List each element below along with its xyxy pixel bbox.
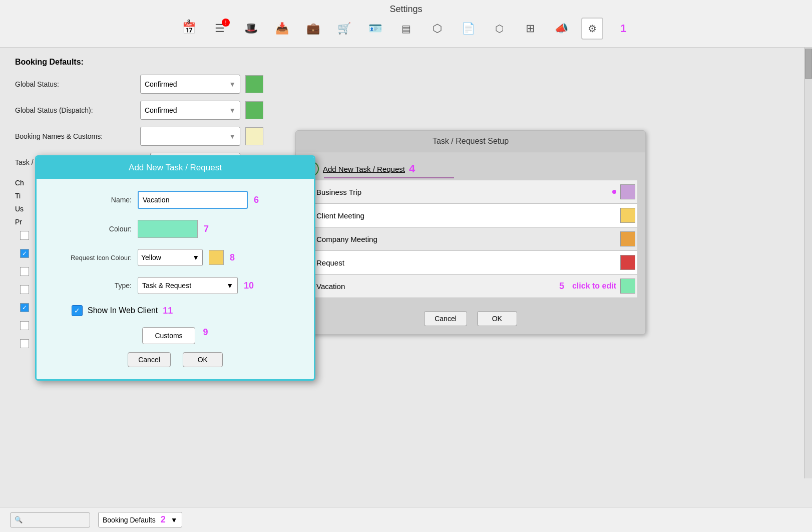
checkbox-6[interactable] [20,321,29,330]
task-name-client-meeting: Client Meeting [316,211,616,220]
annot-6: 6 [254,195,259,205]
task-setup-body: + Add New Task / Request 4 ⇅ Business Tr… [296,152,645,303]
add-task-footer: Cancel OK [52,352,299,367]
bottom-bar: 🔍 Booking Defaults 2 ▼ [0,507,812,532]
customs-button[interactable]: Customs [142,327,195,344]
checkbox-7[interactable] [20,339,29,348]
name-input[interactable] [138,191,248,209]
vacation-color[interactable] [620,279,635,294]
type-select[interactable]: Task & Request ▼ [138,277,238,294]
chevron-down-icon-6: ▼ [226,282,233,290]
checkbox-4[interactable] [20,285,29,294]
scrollbar-thumb[interactable] [805,49,812,79]
calendar-icon[interactable]: 📅 8 [178,18,200,40]
icon-colour-select[interactable]: Yellow ▼ [138,249,203,266]
search-icon: 🔍 [15,516,23,523]
doc-icon[interactable]: 📄 [457,18,479,40]
add-task-ok-button[interactable]: OK [183,352,223,367]
add-task-cancel-button[interactable]: Cancel [128,352,171,367]
task-item-company-meeting[interactable]: ⇅ Company Meeting [304,227,637,251]
task-setup-cancel-button[interactable]: Cancel [424,311,467,326]
global-status-dispatch-label: Global Status (Dispatch): [15,106,135,114]
task-setup-footer: Cancel OK [296,303,645,334]
megaphone-icon[interactable]: 📣 [550,18,572,40]
annot-11: 11 [163,306,173,316]
hat-icon[interactable]: 🎩 [240,18,262,40]
add-new-label: Add New Task / Request [323,165,405,173]
click-to-edit-label: click to edit [572,282,616,291]
icon-colour-box[interactable] [209,250,224,265]
global-status-dispatch-color[interactable] [245,101,263,119]
checkbox-1[interactable] [20,231,29,240]
type-label: Type: [52,282,132,290]
add-task-title: Add New Task / Request [37,157,314,179]
chevron-down-icon-5: ▼ [192,253,199,261]
inbox-icon[interactable]: 📥 [271,18,293,40]
checkbox-5[interactable]: ✓ [20,303,29,312]
tasks-badge: ! [222,19,230,27]
cart-icon[interactable]: 🛒 [333,18,355,40]
colour-row: Colour: 7 [52,220,299,238]
annot-2: 2 [161,514,166,525]
type-row: Type: Task & Request ▼ 10 [52,277,299,294]
section-title: Booking Defaults: [15,58,797,67]
chevron-down-icon: ▼ [229,80,236,88]
search-box[interactable]: 🔍 [10,512,90,527]
global-status-dispatch-row: Global Status (Dispatch): Confirmed ▼ [15,101,797,120]
id-card-icon[interactable]: 🪪 [364,18,386,40]
task-setup-ok-button[interactable]: OK [477,311,517,326]
chevron-down-icon-7: ▼ [171,516,178,524]
annot-7: 7 [204,224,209,234]
funnel-icon[interactable]: ⬡ [488,18,510,40]
annot-5: 5 [559,281,564,292]
booking-names-select[interactable]: ▼ [140,127,240,146]
underline-decoration [324,177,454,178]
app-title: Settings [389,4,422,15]
task-item-request[interactable]: ⇅ Request [304,251,637,275]
booking-names-label: Booking Names & Customs: [15,132,135,140]
table-icon[interactable]: ▤ [395,18,417,40]
add-task-body: Name: 6 Colour: 7 Request Icon Colour: Y… [37,179,314,379]
add-task-dialog: Add New Task / Request Name: 6 Colour: 7… [35,155,315,381]
annot-10: 10 [244,281,254,291]
task-item-vacation[interactable]: ⇅ Vacation 5 click to edit [304,275,637,298]
booking-names-color[interactable] [245,127,263,145]
global-status-dispatch-select[interactable]: Confirmed ▼ [140,101,240,120]
annot-4: 4 [409,162,415,175]
settings-sliders-icon[interactable]: ⚙ [581,18,603,40]
colour-preview[interactable] [138,220,198,238]
scrollbar[interactable] [804,48,812,478]
business-trip-color[interactable] [620,184,635,199]
task-item-business-trip[interactable]: ⇅ Business Trip [304,180,637,204]
global-status-row: Global Status: Confirmed ▼ [15,75,797,94]
grid-icon[interactable]: ⊞ [519,18,541,40]
global-status-color[interactable] [245,75,263,93]
task-item-client-meeting[interactable]: ⇅ Client Meeting [304,204,637,227]
task-name-request: Request [316,258,616,267]
show-web-row: ✓ Show In Web Client 11 [52,305,299,316]
global-status-select[interactable]: Confirmed ▼ [140,75,240,94]
dot-indicator [612,190,616,194]
tasks-icon[interactable]: ☰ ! [209,18,231,40]
task-name-company-meeting: Company Meeting [316,235,616,243]
bottom-dropdown[interactable]: Booking Defaults 2 ▼ [98,512,182,527]
request-color[interactable] [620,255,635,270]
colour-label: Colour: [52,225,132,233]
company-meeting-color[interactable] [620,231,635,246]
checkbox-3[interactable] [20,267,29,276]
annot-9: 9 [203,327,208,344]
checkbox-2[interactable]: ✓ [20,249,29,258]
chevron-down-icon-3: ▼ [229,132,236,140]
client-meeting-color[interactable] [620,208,635,223]
annot-8: 8 [230,252,235,263]
icon-colour-row: Request Icon Colour: Yellow ▼ 8 [52,249,299,266]
show-web-checkbox[interactable]: ✓ [72,305,83,316]
number-one-icon[interactable]: 1 [612,18,634,40]
task-setup-title: Task / Request Setup [296,131,645,152]
boxes-icon[interactable]: ⬡ [426,18,448,40]
icon-colour-label: Request Icon Colour: [52,254,132,261]
name-row: Name: 6 [52,191,299,209]
chevron-down-icon-2: ▼ [229,106,236,114]
briefcase-icon[interactable]: 💼 [302,18,324,40]
customs-row: Customs 9 [52,327,299,344]
